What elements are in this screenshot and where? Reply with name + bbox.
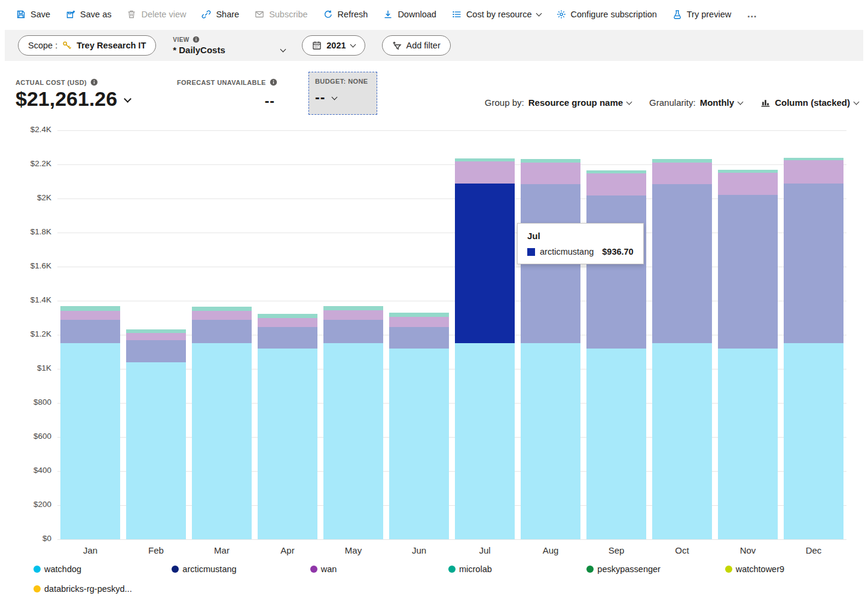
bar-apr[interactable] [258,314,317,539]
bar-segment-microlab[interactable] [60,306,120,311]
bar-slot [123,130,189,539]
scope-picker[interactable]: Scope : Trey Research IT [18,35,156,56]
more-commands-button[interactable]: … [739,0,765,29]
bar-segment-wan[interactable] [652,163,712,184]
bar-segment-watchdog[interactable] [126,362,186,539]
legend-item[interactable]: wan [310,564,448,574]
view-selector[interactable]: VIEW * DailyCosts [173,36,285,55]
bar-segment-watchdog[interactable] [192,343,252,539]
bar-segment-arcticmustang[interactable] [784,184,843,343]
bar-segment-microlab[interactable] [389,313,449,317]
bar-segment-watchdog[interactable] [784,343,843,539]
configure-subscription-button[interactable]: Configure subscription [549,0,665,29]
share-button[interactable]: Share [194,0,247,29]
bar-segment-wan[interactable] [258,318,317,328]
bar-segment-wan[interactable] [718,173,778,195]
bar-segment-watchdog[interactable] [258,349,317,539]
bar-segment-arcticmustang[interactable] [586,195,646,349]
bar-segment-watchdog[interactable] [323,343,383,539]
budget-dropdown[interactable]: -- [315,90,371,106]
bar-jun[interactable] [389,313,449,539]
bar-segment-microlab[interactable] [192,307,252,311]
bar-mar[interactable] [192,307,252,539]
bar-segment-watchdog[interactable] [455,343,515,539]
bar-segment-wan[interactable] [586,173,646,195]
save-as-button[interactable]: Save as [58,0,119,29]
bar-segment-wan[interactable] [323,310,383,320]
bar-slot [649,130,715,539]
bar-segment-arcticmustang[interactable] [126,340,186,362]
save-button[interactable]: Save [8,0,58,29]
bar-segment-watchdog[interactable] [652,343,712,539]
actual-cost-dropdown[interactable]: $21,261.26 [16,87,130,111]
granularity-dropdown[interactable]: Granularity: Monthly [649,97,742,108]
group-by-dropdown[interactable]: Group by: Resource group name [485,97,631,108]
budget-kpi[interactable]: BUDGET: NONE -- [308,72,377,115]
bar-jan[interactable] [60,306,120,539]
download-button[interactable]: Download [375,0,444,29]
cost-by-resource-button[interactable]: Cost by resource [444,0,549,29]
bar-slot [320,130,386,539]
legend-item[interactable]: databricks-rg-peskyd... [33,584,172,594]
bar-segment-arcticmustang[interactable] [323,320,383,343]
bar-segment-watchdog[interactable] [389,349,449,539]
info-icon[interactable] [270,78,277,86]
bar-segment-arcticmustang[interactable] [652,184,712,343]
refresh-button[interactable]: Refresh [316,0,376,29]
y-axis-label: $1.6K [0,261,51,270]
tooltip-title: Jul [527,231,634,241]
bar-segment-arcticmustang[interactable] [60,320,120,343]
bar-segment-arcticmustang[interactable] [389,327,449,349]
bar-segment-watchdog[interactable] [586,349,646,539]
actual-cost-value: $21,261.26 [16,87,117,111]
legend-item[interactable]: watchdog [33,564,172,574]
bar-segment-wan[interactable] [455,161,515,184]
date-range-picker[interactable]: 2021 [302,35,365,56]
bar-segment-wan[interactable] [126,333,186,340]
bar-segment-wan[interactable] [521,163,580,184]
bar-segment-arcticmustang[interactable] [258,327,317,349]
bar-segment-arcticmustang[interactable] [455,184,515,343]
legend-label: databricks-rg-peskyd... [44,584,132,594]
bar-segment-wan[interactable] [192,311,252,320]
legend-label: arcticmustang [182,564,236,574]
x-axis-slot: Oct [649,545,715,555]
chevron-down-icon [536,11,542,17]
bar-may[interactable] [323,306,383,539]
bar-slot [255,130,320,539]
legend-item[interactable]: microlab [448,564,586,574]
bar-segment-wan[interactable] [60,311,120,320]
legend-item[interactable]: watchtower9 [725,564,863,574]
cost-analysis-page: SaveSave asDelete viewShareSubscribeRefr… [0,0,868,608]
bar-slot [518,130,583,539]
bar-segment-microlab[interactable] [323,306,383,310]
forecast-kpi: FORECAST UNAVAILABLE -- [177,78,279,109]
chart-tooltip: Jul arcticmustang $936.70 [517,223,644,264]
bar-segment-watchdog[interactable] [60,343,120,539]
bar-slot [386,130,452,539]
bar-nov[interactable] [718,170,778,539]
bar-segment-watchdog[interactable] [521,343,580,539]
bar-dec[interactable] [784,158,843,539]
bar-jul[interactable] [455,158,515,539]
chart-type-value: Column (stacked) [775,97,850,108]
bar-oct[interactable] [652,159,712,539]
bar-segment-watchdog[interactable] [718,349,778,539]
bar-segment-arcticmustang[interactable] [718,195,778,349]
legend-item[interactable]: peskypassenger [586,564,725,574]
info-icon[interactable] [90,78,98,86]
add-filter-button[interactable]: Add filter [382,35,451,56]
chart-type-dropdown[interactable]: Column (stacked) [760,97,858,108]
bar-feb[interactable] [126,329,186,539]
bar-segment-wan[interactable] [784,160,843,184]
bar-segment-wan[interactable] [389,317,449,327]
try-preview-button[interactable]: Try preview [665,0,739,29]
bar-aug[interactable] [521,159,580,539]
legend-label: peskypassenger [597,564,661,574]
save-icon [16,10,26,19]
view-label: VIEW [173,36,190,43]
refresh-icon [323,10,333,19]
scope-value: Trey Research IT [77,41,146,50]
legend-item[interactable]: arcticmustang [172,564,310,574]
bar-segment-arcticmustang[interactable] [192,320,252,343]
